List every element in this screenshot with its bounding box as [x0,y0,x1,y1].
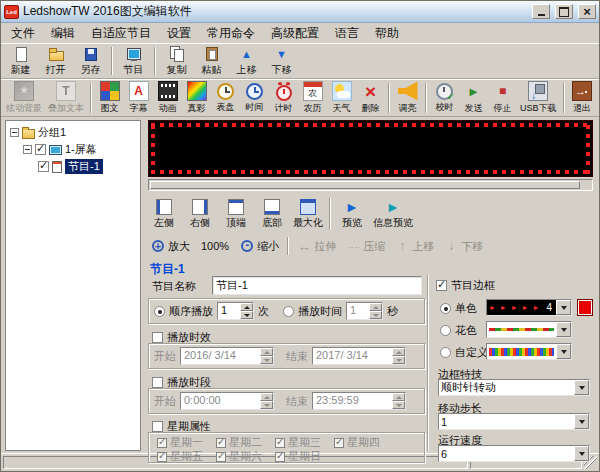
mono-color-radio[interactable] [440,303,451,314]
pattern-border-style-select[interactable] [486,321,572,338]
border-effect-select[interactable]: 顺时针转动 [438,379,590,396]
maximize-window-button[interactable] [555,4,573,19]
align-bottom-button[interactable]: 底部 [254,197,290,232]
custom-border-style-select[interactable] [486,343,572,360]
menu-advanced-config[interactable]: 高级配置 [263,23,327,44]
brightness-button[interactable]: 调亮 [393,79,422,117]
area-move-up-button[interactable]: 上移 [390,237,439,256]
play-period-checkbox[interactable] [152,377,163,388]
validity-end-field[interactable]: 2017/ 3/14 [312,347,406,365]
sequential-play-radio[interactable] [154,306,165,317]
menu-language[interactable]: 语言 [327,23,367,44]
period-start-field[interactable]: 0:00:00 [180,392,274,410]
zoom-in-button[interactable]: 放大 [146,237,195,256]
chevron-down-icon[interactable] [556,322,571,337]
menu-edit[interactable]: 编辑 [43,23,83,44]
custom-color-row: 自定义 [440,345,488,360]
stop-button[interactable]: 停止 [488,79,517,117]
program-button[interactable]: 节目 [116,44,151,79]
weather-button[interactable]: 天气 [327,79,356,117]
graphic-text-button[interactable]: 图文 [95,79,124,117]
chevron-down-icon[interactable] [556,300,571,315]
timer-button[interactable]: 计时 [269,80,298,117]
preview-button[interactable]: 预览 [334,197,370,232]
align-right-button[interactable]: 右侧 [182,197,218,232]
menu-adaptive-program[interactable]: 自适应节目 [83,23,159,44]
play-validity-checkbox[interactable] [152,332,163,343]
send-button[interactable]: 发送 [459,79,488,117]
weekday-checkbox[interactable] [216,438,226,448]
pattern-line-preview [489,328,554,331]
weekday-checkbox[interactable] [157,452,167,462]
weekday-property-checkbox[interactable] [152,421,163,432]
program-checkbox[interactable] [38,161,49,172]
time-sync-button[interactable]: 校时 [430,81,459,116]
maximize-button[interactable]: 最大化 [290,197,326,232]
move-up-button[interactable]: 上移 [229,44,264,79]
move-step-select[interactable]: 1 [438,413,590,430]
dazzle-background-button[interactable]: 炫动背景 [3,79,45,117]
animation-button[interactable]: 动画 [153,79,182,117]
chevron-down-icon[interactable] [556,344,571,359]
run-speed-select[interactable]: 6 [438,445,590,462]
play-time-stepper[interactable]: 1 [346,302,383,320]
tree-item-screen[interactable]: 1-屏幕 [7,141,139,158]
preview-scrollbar[interactable] [148,179,593,191]
tree-collapse-icon[interactable] [10,128,19,137]
border-color-swatch[interactable] [577,299,593,316]
move-down-button[interactable]: 下移 [264,44,299,79]
weekday-checkbox[interactable] [334,438,344,448]
tree-item-group[interactable]: 分组1 [7,124,139,141]
weekday-checkbox[interactable] [275,452,285,462]
align-top-button[interactable]: 顶端 [218,197,254,232]
tree-item-program[interactable]: 节目-1 [7,158,139,175]
mono-border-style-select[interactable]: 4 [486,299,572,316]
pattern-color-radio[interactable] [440,325,451,336]
stretch-button[interactable]: 拉伸 [292,237,341,256]
dial-button[interactable]: 表盘 [211,81,240,116]
program-name-input[interactable]: 节目-1 [212,276,422,295]
exit-button[interactable]: 退出 [568,79,597,117]
overlay-text-button[interactable]: 叠加文本 [45,79,87,117]
menu-help[interactable]: 帮助 [367,23,407,44]
time-button[interactable]: 时间 [240,81,269,116]
weekday-checkbox[interactable] [216,452,226,462]
copy-button[interactable]: 复制 [159,44,194,79]
minimize-button[interactable] [532,4,550,19]
chevron-down-icon[interactable] [574,414,589,429]
play-time-radio[interactable] [283,306,294,317]
scrollbar-thumb[interactable] [150,181,580,189]
weekday-checkbox[interactable] [275,438,285,448]
open-button[interactable]: 打开 [38,44,73,79]
chevron-down-icon[interactable] [574,446,589,461]
new-button[interactable]: 新建 [3,44,38,79]
lunar-button[interactable]: 农历 [298,79,327,117]
area-move-down-button[interactable]: 下移 [439,237,488,256]
close-button[interactable] [578,4,596,19]
align-left-button[interactable]: 左侧 [146,197,182,232]
custom-color-radio[interactable] [440,347,451,358]
paste-button[interactable]: 粘贴 [194,44,229,79]
validity-start-field[interactable]: 2016/ 3/14 [180,347,274,365]
menu-file[interactable]: 文件 [3,23,43,44]
menu-common-commands[interactable]: 常用命令 [199,23,263,44]
period-end-field[interactable]: 23:59:59 [312,392,406,410]
zoom-out-button[interactable]: 缩小 [235,237,284,256]
compress-button[interactable]: 压缩 [341,237,390,256]
true-color-button[interactable]: 真彩 [182,79,211,117]
save-as-button[interactable]: 另存 [73,44,108,79]
menu-settings[interactable]: 设置 [159,23,199,44]
info-preview-button[interactable]: 信息预览 [370,197,416,232]
title-bar[interactable]: LedshowTW 2016图文编辑软件 [1,1,599,23]
subtitle-button[interactable]: 字幕 [124,79,153,117]
program-border-checkbox[interactable] [436,280,447,291]
led-preview-screen[interactable] [148,120,593,177]
program-tree[interactable]: 分组1 1-屏幕 节目-1 [5,120,141,451]
screen-checkbox[interactable] [35,144,46,155]
play-count-stepper[interactable]: 1 [217,302,254,320]
chevron-down-icon[interactable] [574,380,589,395]
tree-collapse-icon[interactable] [23,145,32,154]
delete-button[interactable]: 删除 [356,79,385,117]
weekday-checkbox[interactable] [157,438,167,448]
usb-download-button[interactable]: USB下载 [517,79,560,117]
